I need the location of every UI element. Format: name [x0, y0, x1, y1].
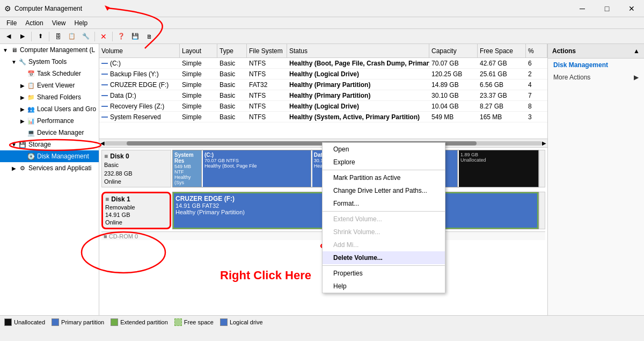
table-row[interactable]: CRUZER EDGE (F:) Simple Basic FAT32 Heal…	[99, 79, 547, 90]
menu-view[interactable]: View	[48, 18, 70, 28]
shared-folders-icon: 📁	[27, 93, 35, 101]
actions-collapse-icon[interactable]: ▲	[633, 47, 640, 55]
cell-status: Healthy (Logical Drive)	[287, 69, 429, 79]
cdrom-icon: ■	[104, 233, 107, 240]
minimize-button[interactable]: ─	[570, 0, 595, 17]
tree-shared-folders[interactable]: ▶ 📁 Shared Folders	[0, 91, 99, 103]
cell-free: 8.27 GB	[478, 101, 526, 111]
tree-storage[interactable]: ▼ 💾 Storage	[0, 139, 99, 150]
cell-pct: 4	[526, 79, 547, 90]
cell-volume: (C:)	[99, 58, 180, 68]
toolbar-separator4	[112, 32, 113, 41]
col-header-type[interactable]: Type	[217, 44, 247, 57]
table-row[interactable]: Data (D:) Simple Basic NTFS Healthy (Pri…	[99, 90, 547, 101]
expand-icon[interactable]: ▼	[10, 59, 18, 65]
ctx-format[interactable]: Format...	[323, 197, 445, 210]
ctx-extend: Extend Volume...	[323, 213, 445, 226]
maximize-button[interactable]: □	[595, 0, 619, 17]
local-users-icon: 👥	[27, 105, 35, 113]
tree-disk-management[interactable]: 💽 Disk Management	[0, 150, 99, 162]
ctx-mark-active[interactable]: Mark Partition as Active	[323, 171, 445, 184]
menu-action[interactable]: Action	[21, 18, 47, 28]
legend-unallocated-box	[4, 318, 12, 326]
table-row[interactable]: Recovery Files (Z:) Simple Basic NTFS He…	[99, 101, 547, 112]
ctx-delete-volume[interactable]: Delete Volume...	[323, 251, 445, 264]
table-row[interactable]: (C:) Simple Basic NTFS Healthy (Boot, Pa…	[99, 58, 547, 69]
close-button[interactable]: ✕	[619, 0, 644, 17]
cell-status: Healthy (Logical Drive)	[287, 101, 429, 111]
partition-sys-res-detail: 549 MB NTF	[174, 164, 200, 175]
col-header-volume[interactable]: Volume	[99, 44, 180, 57]
forward-button[interactable]: ▶	[16, 31, 29, 42]
tree-event-label: Event Viewer	[37, 82, 75, 89]
tree-task-scheduler[interactable]: 📅 Task Scheduler	[0, 68, 99, 79]
col-header-capacity[interactable]: Capacity	[429, 44, 478, 57]
tree-system-tools[interactable]: ▼ 🔧 System Tools	[0, 56, 99, 68]
col-header-free[interactable]: Free Space	[478, 44, 526, 57]
expand-icon[interactable]: ▶	[10, 165, 18, 171]
col-header-layout[interactable]: Layout	[180, 44, 217, 57]
disk-0-scroll[interactable]	[539, 150, 545, 187]
ctx-change-letter[interactable]: Change Drive Letter and Paths...	[323, 184, 445, 197]
view-btn[interactable]: 📋	[65, 31, 78, 42]
cell-fs: NTFS	[247, 90, 287, 100]
actions-panel: Actions ▲ Disk Management More Actions ▶	[547, 44, 644, 315]
cell-fs: NTFS	[247, 69, 287, 79]
menu-bar: File Action View Help	[0, 17, 644, 29]
tree-device-label: Device Manager	[37, 129, 84, 136]
expand-icon[interactable]: ▼	[10, 142, 18, 148]
expand-icon: ▶	[18, 95, 27, 100]
ctx-properties[interactable]: Properties	[323, 267, 445, 280]
properties-btn[interactable]: 🔧	[79, 31, 92, 42]
back-button[interactable]: ◀	[2, 31, 15, 42]
cell-volume: Data (D:)	[99, 90, 180, 100]
partition-c[interactable]: (C:) 70.07 GB NTFS Healthy (Boot, Page F…	[203, 150, 311, 187]
legend-logical-box	[220, 318, 228, 326]
table-row[interactable]: System Reserved Simple Basic NTFS Health…	[99, 112, 547, 122]
ctx-open[interactable]: Open	[323, 143, 445, 156]
col-header-status[interactable]: Status	[287, 44, 429, 57]
partition-c-size: 70.07 GB NTFS	[204, 158, 309, 163]
tree-task-label: Task Scheduler	[37, 70, 81, 77]
cell-status: Healthy (Primary Partition)	[287, 79, 429, 90]
tree-device-manager[interactable]: 💻 Device Manager	[0, 127, 99, 139]
legend-unallocated: Unallocated	[4, 318, 45, 326]
cell-fs: NTFS	[247, 112, 287, 122]
scroll-right[interactable]: ▶	[542, 140, 546, 146]
actions-more[interactable]: More Actions ▶	[548, 71, 644, 83]
tree-services[interactable]: ▶ ⚙ Services and Applicati	[0, 162, 99, 174]
col-header-fs[interactable]: File System	[247, 44, 287, 57]
legend-primary-label: Primary partition	[61, 319, 104, 325]
refresh-btn[interactable]: ✕	[97, 31, 110, 42]
partition-unallocated[interactable]: 1.89 GB Unallocated	[459, 150, 538, 187]
actions-header-label: Actions	[552, 47, 576, 55]
col-header-pct[interactable]: %	[526, 44, 547, 57]
table-row[interactable]: Backup Files (Y:) Simple Basic NTFS Heal…	[99, 69, 547, 79]
actions-more-label: More Actions	[553, 74, 590, 81]
ctx-shrink: Shrink Volume...	[323, 226, 445, 238]
disk-0-size: 232.88 GB	[104, 170, 169, 177]
legend-extended: Extended partition	[111, 318, 168, 326]
scroll-left[interactable]: ◀	[100, 140, 105, 146]
toolbar-separator2	[49, 32, 49, 41]
partition-sys-res[interactable]: System Res 549 MB NTF Healthy (Sys	[173, 150, 202, 187]
ctx-help[interactable]: Help	[323, 280, 445, 293]
ctx-explore[interactable]: Explore	[323, 156, 445, 169]
tree-performance[interactable]: ▶ 📊 Performance	[0, 115, 99, 127]
show-hide-btn[interactable]: 🗄	[52, 31, 64, 42]
menu-file[interactable]: File	[2, 18, 21, 28]
export-btn[interactable]: 💾	[129, 31, 142, 42]
tree-root[interactable]: ▼ 🖥 Computer Management (L	[0, 44, 99, 56]
tree-local-users[interactable]: ▶ 👥 Local Users and Gro	[0, 103, 99, 115]
expand-icon[interactable]: ▼	[1, 47, 10, 53]
help-btn[interactable]: ❓	[115, 31, 128, 42]
new-window-btn[interactable]: 🗎	[143, 31, 156, 42]
up-button[interactable]: ⬆	[34, 31, 47, 42]
menu-help[interactable]: Help	[70, 18, 92, 28]
tree-event-viewer[interactable]: ▶ 📋 Event Viewer	[0, 79, 99, 91]
legend-free-label: Free space	[184, 319, 214, 325]
tree-local-users-label: Local Users and Gro	[37, 105, 96, 113]
disk-1-scroll[interactable]	[539, 192, 545, 229]
actions-disk-mgmt[interactable]: Disk Management	[548, 59, 644, 71]
tree-services-label: Services and Applicati	[28, 164, 91, 172]
